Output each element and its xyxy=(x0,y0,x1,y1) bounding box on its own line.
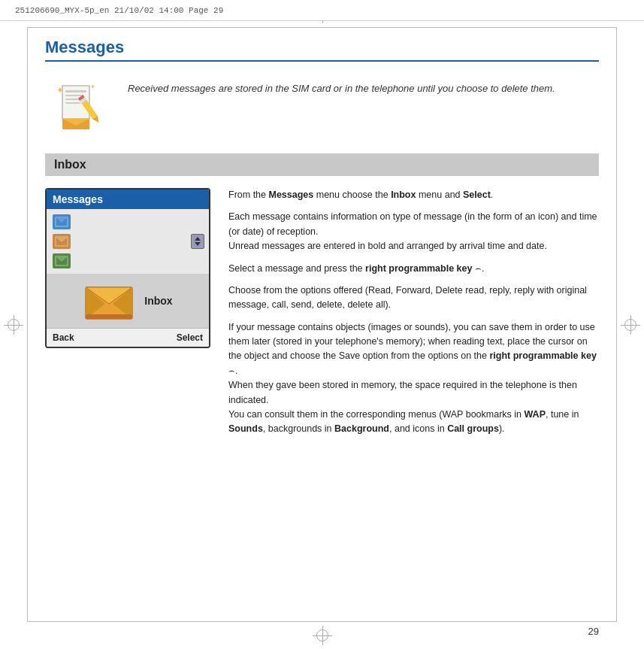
screen-title: Messages xyxy=(53,193,103,205)
screen-inbox-label: Inbox xyxy=(144,295,172,307)
reg-mark-left xyxy=(8,319,20,331)
screen-item-3 xyxy=(47,251,191,271)
body-para-1: From the Messages menu choose the Inbox … xyxy=(228,188,599,202)
bold-right-key: right programmable key xyxy=(365,263,472,274)
svg-rect-4 xyxy=(65,102,80,104)
svg-rect-2 xyxy=(65,95,83,96)
bold-messages: Messages xyxy=(269,190,314,200)
screen-inbox-area: Inbox xyxy=(47,274,209,328)
svg-text:✦: ✦ xyxy=(90,83,95,90)
phone-screen-inner: Messages xyxy=(45,188,210,348)
intro-text: Received messages are stored in the SIM … xyxy=(128,75,555,96)
screen-select-button: Select xyxy=(177,332,203,343)
bold-right-prog-key: right pro­grammable key xyxy=(489,350,596,361)
inbox-header-label: Inbox xyxy=(54,158,86,171)
screen-back-button: Back xyxy=(53,332,74,343)
svg-rect-24 xyxy=(86,314,132,319)
arrow-up-icon xyxy=(195,237,201,241)
screen-item-icon-3 xyxy=(53,253,71,268)
bold-background: Background xyxy=(334,423,389,434)
phone-screen-mockup: Messages xyxy=(45,188,210,348)
main-row: Messages xyxy=(45,188,599,444)
page-content: Messages xyxy=(45,38,599,611)
bold-sounds: Sounds xyxy=(228,423,263,434)
reg-mark-bottom xyxy=(316,629,328,641)
phone-icon-area: ✦ ✦ xyxy=(45,75,113,135)
screen-items xyxy=(47,209,209,274)
screen-item-icon-2 xyxy=(53,234,71,249)
inbox-section-header: Inbox xyxy=(45,153,599,176)
svg-text:✦: ✦ xyxy=(56,85,64,96)
body-para-3: Select a message and press the right pro… xyxy=(228,262,599,276)
screen-item-1 xyxy=(47,212,191,232)
intro-row: ✦ ✦ Received messages are stored in the … xyxy=(45,75,599,135)
bold-inbox: Inbox xyxy=(391,190,416,200)
inbox-envelope-icon xyxy=(83,280,135,322)
screen-item-2 xyxy=(47,232,191,251)
svg-rect-1 xyxy=(65,90,86,92)
screen-buttons: Back Select xyxy=(47,328,209,347)
reg-mark-right xyxy=(624,319,636,331)
body-para-4: Choose from the options offered (Read, F… xyxy=(228,284,599,313)
body-text: From the Messages menu choose the Inbox … xyxy=(228,188,599,444)
file-info: 251206690_MYX-5p_en 21/10/02 14:00 Page … xyxy=(15,6,223,15)
body-para-2: Each message contains information on typ… xyxy=(228,210,599,253)
bold-wap: WAP xyxy=(525,409,546,420)
body-para-5: If your message contains objects (images… xyxy=(228,320,599,437)
writing-icon: ✦ ✦ xyxy=(49,75,109,135)
page-number: 29 xyxy=(588,626,599,637)
section-title: Messages xyxy=(45,38,599,62)
header-bar: 251206690_MYX-5p_en 21/10/02 14:00 Page … xyxy=(0,0,644,21)
screen-item-icon-1 xyxy=(53,214,71,229)
scroll-arrow-indicator xyxy=(191,234,204,249)
bold-callgroups: Call groups xyxy=(447,423,499,434)
bold-select: Select xyxy=(463,190,491,200)
arrow-down-icon xyxy=(195,242,201,246)
screen-title-bar: Messages xyxy=(47,190,209,209)
